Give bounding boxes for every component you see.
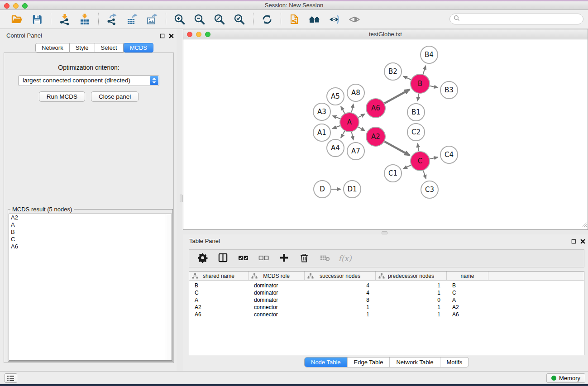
tab-network-table[interactable]: Network Table [389, 357, 440, 367]
float-panel-icon[interactable] [571, 238, 576, 246]
add-button[interactable] [277, 252, 291, 265]
network-node-A4[interactable]: A4 [327, 139, 344, 157]
network-edge[interactable] [341, 106, 345, 114]
deselect-all-button[interactable] [257, 252, 270, 265]
scrollbar[interactable] [166, 214, 172, 360]
zoom-selected-button[interactable] [230, 12, 249, 27]
import-network-button[interactable] [56, 12, 74, 27]
duplicate-network-button[interactable] [286, 12, 304, 27]
table-row[interactable]: Bdominator41B [189, 282, 584, 289]
zoom-in-button[interactable] [171, 12, 189, 27]
open-file-button[interactable] [8, 12, 26, 27]
column-header[interactable]: name [447, 272, 488, 280]
network-edge[interactable] [418, 143, 419, 151]
column-header[interactable]: successor nodes [305, 272, 376, 280]
network-edge[interactable] [430, 157, 438, 159]
tab-network[interactable]: Network [35, 43, 70, 52]
float-panel-icon[interactable] [160, 32, 165, 40]
network-edge[interactable] [341, 131, 345, 138]
show-all-button[interactable] [345, 12, 363, 27]
splitter-handle[interactable] [382, 231, 387, 234]
network-node-C2[interactable]: C2 [407, 124, 425, 141]
network-canvas[interactable]: B4B2BB3A8A5A6A3B1AC2A1A2A4A7C4CC1DD1C3 [183, 39, 588, 230]
export-network-button[interactable] [103, 12, 121, 27]
network-node-B3[interactable]: B3 [440, 81, 458, 99]
network-window-titlebar[interactable]: testGlobe.txt [183, 29, 588, 39]
network-node-A2[interactable]: A2 [366, 127, 385, 146]
splitter-handle[interactable] [180, 195, 183, 202]
mcds-result-item[interactable]: A6 [9, 243, 172, 250]
network-edge[interactable] [332, 126, 340, 129]
network-edge[interactable] [430, 86, 438, 88]
zoom-window-button[interactable] [22, 3, 28, 9]
tab-select[interactable]: Select [95, 43, 124, 52]
network-node-C3[interactable]: C3 [421, 181, 438, 198]
search-input[interactable] [462, 15, 583, 23]
zoom-out-button[interactable] [191, 12, 209, 27]
select-all-button[interactable] [236, 252, 250, 265]
network-edge[interactable] [352, 104, 354, 112]
network-node-C4[interactable]: C4 [440, 146, 458, 163]
split-columns-button[interactable] [216, 252, 229, 265]
network-edge[interactable] [423, 66, 426, 74]
save-session-button[interactable] [28, 12, 46, 27]
import-table-button[interactable] [76, 12, 94, 27]
table-row[interactable]: A6connector11A6 [189, 311, 584, 318]
mcds-result-item[interactable]: B [9, 229, 172, 236]
network-edge[interactable] [384, 142, 410, 156]
network-edge[interactable] [403, 165, 411, 169]
tab-node-table[interactable]: Node Table [305, 357, 347, 367]
mcds-result-item[interactable]: A2 [9, 214, 172, 221]
table-row[interactable]: Adominator80A [189, 296, 584, 304]
network-node-A1[interactable]: A1 [313, 124, 330, 141]
mcds-result-item[interactable]: A [9, 221, 172, 229]
close-window-button[interactable] [187, 32, 192, 37]
network-node-C1[interactable]: C1 [384, 165, 402, 182]
network-node-B4[interactable]: B4 [421, 46, 438, 63]
tab-edge-table[interactable]: Edge Table [347, 357, 390, 367]
network-node-A3[interactable]: A3 [313, 103, 330, 120]
mcds-result-item[interactable]: C [9, 236, 172, 243]
column-header[interactable]: shared name [189, 272, 249, 280]
hide-selected-button[interactable] [325, 12, 344, 27]
trash-button[interactable] [297, 252, 311, 265]
export-table-button[interactable] [123, 12, 141, 27]
home-button[interactable] [306, 12, 324, 27]
close-panel-button[interactable]: Close panel [91, 91, 139, 102]
network-edge[interactable] [352, 132, 354, 140]
network-edge[interactable] [403, 76, 411, 80]
memory-button[interactable]: Memory [546, 373, 585, 383]
network-node-C[interactable]: C [411, 152, 430, 171]
network-node-A7[interactable]: A7 [347, 143, 364, 160]
column-header[interactable]: MCDS role [249, 272, 305, 280]
table-row[interactable]: Cdominator41C [189, 289, 584, 296]
network-node-D1[interactable]: D1 [344, 181, 361, 198]
table-row[interactable]: A2connector11A2 [189, 304, 584, 311]
tab-style[interactable]: Style [70, 43, 95, 52]
network-node-A5[interactable]: A5 [327, 88, 344, 105]
network-edge[interactable] [384, 90, 410, 104]
network-node-A[interactable]: A [340, 113, 359, 132]
export-image-button[interactable] [143, 12, 161, 27]
network-edge[interactable] [358, 127, 365, 131]
column-header[interactable]: predecessor nodes [376, 272, 447, 280]
network-edge[interactable] [418, 94, 419, 101]
network-edge[interactable] [358, 114, 365, 118]
network-node-B2[interactable]: B2 [384, 63, 402, 80]
node-table[interactable]: shared nameMCDS rolesuccessor nodesprede… [189, 271, 584, 355]
gear-button[interactable] [196, 252, 209, 265]
network-node-B[interactable]: B [411, 74, 430, 93]
refresh-button[interactable] [258, 12, 276, 27]
network-node-D[interactable]: D [314, 181, 331, 198]
tab-motifs[interactable]: Motifs [440, 357, 469, 367]
network-edge[interactable] [423, 171, 426, 179]
tab-mcds[interactable]: MCDS [124, 43, 153, 52]
minimize-window-button[interactable] [196, 32, 201, 37]
mcds-result-list[interactable]: A2ABCA6 [9, 214, 172, 361]
minimize-window-button[interactable] [13, 3, 19, 9]
resize-grip[interactable] [582, 221, 587, 229]
zoom-fit-button[interactable] [210, 12, 229, 27]
zoom-window-button[interactable] [205, 32, 210, 37]
close-panel-icon[interactable] [169, 32, 174, 40]
network-node-B1[interactable]: B1 [407, 104, 425, 121]
